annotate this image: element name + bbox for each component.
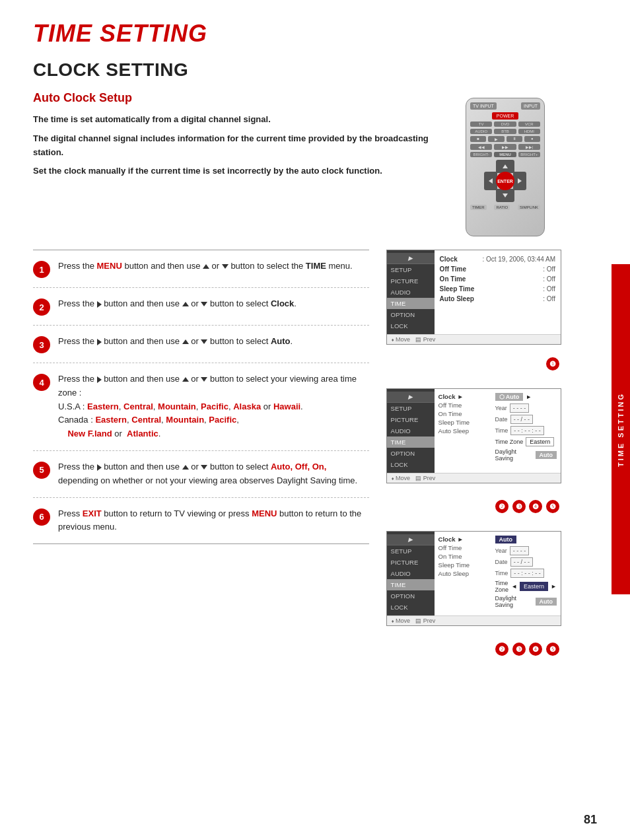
tv2-time-row: Time - - : - - : - - [495, 426, 557, 435]
tv-logo-3: ▶ [387, 534, 435, 545]
tv2-tz-label: Time Zone [495, 438, 524, 445]
stop-btn: ■ [470, 136, 486, 142]
step-6: 6 Press EXIT button to return to TV view… [33, 498, 369, 545]
tv2-time-label: Time [495, 427, 508, 434]
dpad-down [496, 189, 514, 202]
ffw-btn: ▶▶ [494, 144, 516, 150]
step-number-1: 1 [33, 261, 50, 278]
remote-control: TV INPUT INPUT POWER TV DVD VCR AUDIO BT… [466, 98, 545, 236]
tv-menu-picture-3: PICTURE [387, 557, 435, 568]
tv3-time-label: Time [495, 570, 508, 577]
screen3-wrapper: ▶ SETUP PICTURE AUDIO TIME OPTION LOCK C [386, 531, 561, 658]
tv-row-autosleep: Auto Sleep : Off [440, 294, 555, 304]
tv-menu-picture-1: PICTURE [387, 275, 435, 287]
tv-bottom-3: ⬧ Move ▤ Prev [387, 615, 561, 625]
tv-ontime-label: On Time [440, 275, 466, 283]
pacific-1: Pacific [201, 402, 228, 411]
tv-bottom-move-2: ⬧ Move [391, 475, 411, 481]
tv-screen-1-inner: ▶ SETUP PICTURE AUDIO TIME OPTION LOCK C… [387, 250, 561, 334]
tv-menu-lock-1: LOCK [387, 320, 435, 332]
remote-image: TV INPUT INPUT POWER TV DVD VCR AUDIO BT… [449, 98, 561, 236]
tv-menu-lock-2: LOCK [387, 459, 435, 470]
tv2-offtime-row: Off Time [438, 402, 491, 409]
arrow-down-icon-4 [201, 377, 207, 382]
tv-menu-lock-3: LOCK [387, 602, 435, 613]
tv-menu-1: ▶ SETUP PICTURE AUDIO TIME OPTION LOCK [387, 250, 435, 334]
tv-screen-3: ▶ SETUP PICTURE AUDIO TIME OPTION LOCK C [386, 531, 561, 626]
badge-1: ❶ [546, 357, 559, 370]
section-title: CLOCK SETTING [33, 59, 561, 81]
step-1: 1 Press the MENU button and then use or … [33, 250, 369, 288]
tv-logo-2: ▶ [387, 392, 435, 403]
tv2-date-label: Date [495, 416, 508, 423]
rew-btn: ◀◀ [470, 144, 492, 150]
tv3-date-label: Date [495, 559, 508, 565]
tv-bottom-prev-1: ▤ Prev [415, 336, 435, 343]
tv-offtime-value: : Off [543, 265, 555, 273]
ratio-btn: RATIO [494, 205, 510, 210]
tv-menu-audio-3: AUDIO [387, 568, 435, 579]
tv3-ds-row: Daylight Saving Auto [495, 595, 557, 608]
page-number: 81 [584, 813, 597, 827]
tv3-content: Clock ► Off Time On Time Sleep Time Auto… [435, 532, 561, 615]
tv3-ds-value: Auto [536, 598, 557, 606]
central-2: Central [131, 415, 161, 425]
tv-screen-2: ▶ SETUP PICTURE AUDIO TIME OPTION LOCK C [386, 388, 561, 483]
simplink-btn: SIMPLINK [518, 205, 540, 210]
remote-row-4: ◀◀ ▶▶ ▶▶| [470, 144, 540, 150]
tv2-ds-label: Daylight Saving [495, 448, 533, 462]
clock-keyword: Clock [271, 298, 294, 308]
tv3-year-value: - - - - [510, 546, 530, 555]
intro-text-block: Auto Clock Setup The time is set automat… [33, 91, 449, 184]
step-number-4: 4 [33, 374, 50, 391]
step-number-3: 3 [33, 336, 50, 353]
enter-btn: ENTER [496, 172, 514, 190]
pacific-2: Pacific [209, 415, 236, 425]
auto-keyword: Auto [271, 336, 291, 346]
tv-bottom-1: ⬧ Move ▤ Prev [387, 334, 561, 344]
menu-keyword-2: MENU [252, 508, 277, 518]
rec-btn: ● [524, 136, 540, 142]
tv2-autosleep-row: Auto Sleep [438, 427, 491, 435]
tv3-date-value: - - / - - [510, 557, 534, 567]
steps-and-screens: 1 Press the MENU button and then use or … [33, 250, 561, 674]
tv-menu-option-3: OPTION [387, 590, 435, 602]
tv3-ontime-row: On Time [438, 553, 491, 560]
step-4: 4 Press the button and then use or butto… [33, 363, 369, 451]
screen2-wrapper: ▶ SETUP PICTURE AUDIO TIME OPTION LOCK C [386, 388, 561, 515]
tv-input-btn: TV INPUT [470, 102, 497, 110]
screens-column: ▶ SETUP PICTURE AUDIO TIME OPTION LOCK C… [376, 250, 561, 674]
arrow-right-icon-5 [97, 464, 102, 471]
tv-row-ontime: On Time : Off [440, 274, 555, 284]
remote-row-3: ■ ▶ ⏸ ● [470, 136, 540, 142]
tv3-tz-label: Time Zone [495, 580, 509, 593]
arrow-down-icon-2 [201, 302, 207, 306]
tv3-offtime-row: Off Time [438, 544, 491, 551]
step-6-text: Press EXIT button to return to TV viewin… [58, 507, 369, 535]
tv3-year-row: Year - - - - [495, 546, 557, 555]
arrow-up-icon-3 [182, 339, 189, 344]
step-number-2: 2 [33, 298, 50, 316]
atlantic: Atlantic [127, 429, 158, 438]
play-btn: ▶ [488, 136, 504, 142]
tv-row-offtime: Off Time : Off [440, 264, 555, 274]
vcr-btn: VCR [518, 122, 540, 127]
tv3-auto-row: Auto [495, 536, 557, 543]
tv2-clock-label: Clock [438, 393, 456, 400]
tv2-time-value: - - : - - : - - [510, 426, 544, 435]
tv-menu-audio-2: AUDIO [387, 425, 435, 437]
tv2-sleeptime-row: Sleep Time [438, 419, 491, 426]
arrow-up-icon-4 [182, 377, 189, 382]
screen1-badge: ❶ [386, 355, 561, 372]
tv2-year-row: Year - - - - [495, 403, 557, 413]
tv3-sleeptime-row: Sleep Time [438, 561, 491, 569]
top-section: Auto Clock Setup The time is set automat… [33, 91, 561, 236]
remote-row-1: TV DVD VCR [470, 122, 540, 127]
tv2-content: Clock ► Off Time On Time Sleep Time Auto… [435, 389, 561, 473]
tv-menu-time-1: TIME [387, 298, 435, 309]
tv3-year-label: Year [495, 547, 507, 554]
tv-autosleep-label: Auto Sleep [440, 295, 474, 302]
screen3-badge: ❷ ❸ ❹ ❺ [386, 641, 561, 658]
tv3-clock-arrow: ► [457, 536, 463, 543]
remote-bottom: TIMER RATIO SIMPLINK [470, 205, 540, 210]
